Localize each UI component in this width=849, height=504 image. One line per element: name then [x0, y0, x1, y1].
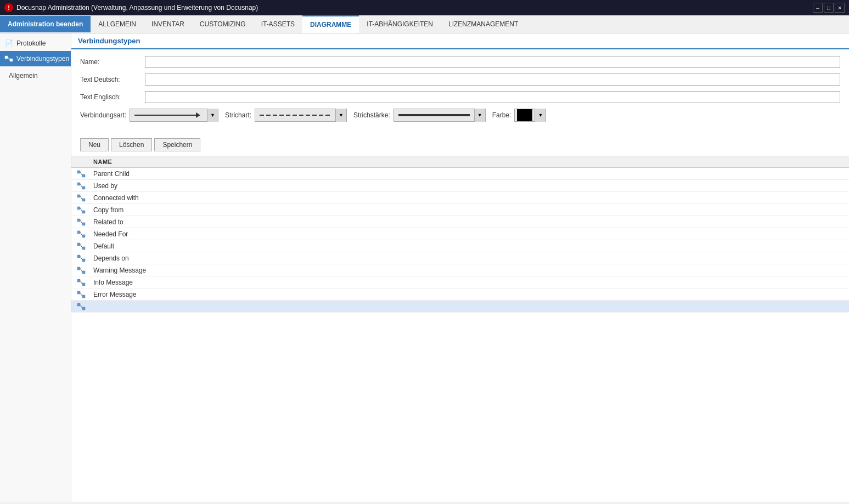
text-deutsch-label: Text Deutsch:: [80, 76, 140, 83]
sidebar-label-verbindungstypen: Verbindungstypen: [16, 55, 69, 63]
table-row[interactable]: Depends on: [71, 252, 849, 264]
row-icon: [71, 266, 91, 275]
table-row[interactable]: Warning Message: [71, 264, 849, 276]
strichstaerke-dropdown[interactable]: ▼: [393, 109, 486, 122]
svg-rect-6: [77, 183, 80, 185]
svg-rect-25: [82, 259, 85, 262]
row-icon: [71, 242, 91, 251]
svg-rect-4: [82, 174, 85, 177]
farbe-arrow[interactable]: ▼: [535, 109, 546, 122]
svg-rect-31: [82, 283, 85, 286]
svg-rect-27: [77, 267, 80, 270]
tab-it-abhaengigkeiten[interactable]: IT-ABHÄNGIGKEITEN: [359, 16, 441, 32]
svg-rect-16: [82, 223, 85, 225]
svg-line-35: [80, 292, 82, 296]
svg-rect-1: [10, 59, 13, 61]
tab-diagramme[interactable]: DIAGRAMME: [302, 15, 359, 33]
strichart-dropdown[interactable]: ▼: [255, 109, 347, 122]
verbindungsart-dropdown[interactable]: ▼: [130, 109, 218, 122]
svg-rect-33: [77, 291, 80, 294]
svg-line-14: [80, 208, 82, 212]
text-deutsch-input[interactable]: [145, 73, 840, 86]
text-englisch-label: Text Englisch:: [80, 93, 140, 101]
row-icon: [71, 206, 91, 214]
svg-rect-7: [82, 186, 85, 189]
svg-rect-19: [82, 235, 85, 237]
svg-line-11: [80, 196, 82, 200]
table-row[interactable]: Used by: [71, 180, 849, 192]
svg-rect-22: [82, 247, 85, 250]
strichstaerke-arrow[interactable]: ▼: [474, 109, 485, 122]
table-row[interactable]: Parent Child: [71, 168, 849, 180]
svg-rect-10: [82, 199, 85, 201]
table-row[interactable]: Needed For: [71, 228, 849, 240]
sidebar-sub-item-allgemein[interactable]: Allgemein: [0, 69, 71, 83]
tab-admin[interactable]: Administration beenden: [0, 16, 91, 32]
strichart-group: Strichart: ▼: [225, 109, 347, 122]
text-deutsch-row: Text Deutsch:: [80, 73, 840, 86]
window-title: Docusnap Administration (Verwaltung, Anp…: [16, 4, 258, 12]
table-row[interactable]: Connected with: [71, 192, 849, 204]
svg-line-2: [8, 57, 10, 60]
minimize-button[interactable]: –: [813, 3, 823, 13]
allgemein-label: Allgemein: [9, 72, 38, 80]
farbe-label: Farbe:: [492, 111, 511, 119]
name-row: Name:: [80, 56, 840, 68]
tab-inventar[interactable]: INVENTAR: [144, 16, 192, 32]
farbe-color-box: [517, 109, 532, 121]
strichstaerke-display: [394, 113, 474, 117]
verbindungsart-display: [130, 111, 207, 119]
verbindungsart-arrow[interactable]: ▼: [207, 109, 218, 122]
sidebar-item-verbindungstypen[interactable]: Verbindungstypen: [0, 51, 71, 66]
strichart-arrow[interactable]: ▼: [335, 109, 346, 122]
sidebar-item-protokolle[interactable]: 📄 Protokolle: [0, 36, 71, 51]
row-name: Used by: [91, 182, 849, 190]
arrow-line-icon: [134, 112, 200, 118]
table-row[interactable]: Error Message: [71, 288, 849, 301]
svg-rect-3: [77, 171, 80, 173]
svg-rect-34: [82, 295, 85, 298]
sidebar: 📄 Protokolle Verbindungstypen Allgemein: [0, 33, 71, 502]
verbindungstypen-icon: [4, 54, 13, 63]
row-name: Connected with: [91, 194, 849, 202]
row-icon: [71, 182, 91, 190]
loeschen-button[interactable]: Löschen: [111, 138, 152, 151]
table-row[interactable]: Copy from: [71, 204, 849, 216]
close-button[interactable]: ✕: [835, 3, 845, 13]
row-name: Default: [91, 242, 849, 250]
name-input[interactable]: [145, 56, 840, 68]
row-name: Parent Child: [91, 170, 849, 178]
svg-rect-15: [77, 219, 80, 222]
section-header: Verbindungstypen: [71, 33, 849, 49]
app-icon: !: [4, 3, 13, 12]
table-row[interactable]: Related to: [71, 216, 849, 228]
farbe-group: Farbe: ▼: [492, 109, 547, 122]
svg-rect-18: [77, 231, 80, 234]
verbindungsart-label: Verbindungsart:: [80, 111, 126, 119]
sidebar-label-protokolle: Protokolle: [16, 39, 46, 47]
name-label: Name:: [80, 58, 140, 66]
title-bar: ! Docusnap Administration (Verwaltung, A…: [0, 0, 849, 15]
restore-button[interactable]: □: [824, 3, 834, 13]
svg-rect-30: [77, 279, 80, 282]
speichern-button[interactable]: Speichern: [154, 138, 200, 151]
strichstaerke-group: Strichstärke: ▼: [353, 109, 486, 122]
table-row[interactable]: Default: [71, 240, 849, 252]
tab-allgemein[interactable]: ALLGEMEIN: [91, 16, 144, 32]
svg-rect-24: [77, 255, 80, 258]
svg-line-32: [80, 280, 82, 284]
table-row[interactable]: Info Message: [71, 276, 849, 288]
tab-lizenzmanagement[interactable]: LIZENZMANAGEMENT: [441, 16, 526, 32]
text-englisch-input[interactable]: [145, 91, 840, 103]
tab-customizing[interactable]: CUSTOMIZING: [192, 16, 254, 32]
row-name: Depends on: [91, 254, 849, 262]
tab-it-assets[interactable]: IT-ASSETS: [254, 16, 302, 32]
content-area: Verbindungstypen Name: Text Deutsch: Tex…: [71, 33, 849, 502]
new-entry-row[interactable]: [71, 301, 849, 313]
strichstaerke-label: Strichstärke:: [353, 111, 390, 119]
row-name: Needed For: [91, 230, 849, 238]
neu-button[interactable]: Neu: [80, 138, 109, 151]
svg-line-38: [80, 304, 82, 308]
svg-line-23: [80, 244, 82, 248]
farbe-picker[interactable]: ▼: [514, 109, 546, 122]
